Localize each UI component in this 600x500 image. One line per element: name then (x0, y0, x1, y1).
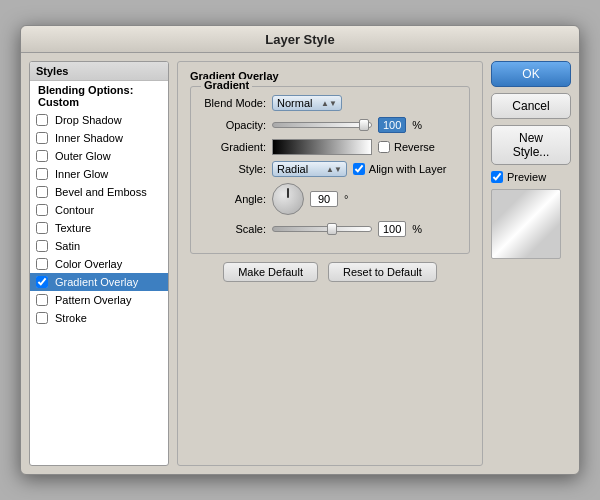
scale-value[interactable]: 100 (378, 221, 406, 237)
sidebar-label-gradient-overlay: Gradient Overlay (55, 276, 138, 288)
sidebar-label-texture: Texture (55, 222, 91, 234)
sidebar-item-contour[interactable]: Contour (30, 201, 168, 219)
blend-mode-select[interactable]: Normal Dissolve Multiply Screen (277, 97, 319, 109)
scale-row: Scale: 100 % (201, 221, 459, 237)
ok-button[interactable]: OK (491, 61, 571, 87)
gradient-label: Gradient: (201, 141, 266, 153)
scale-slider-container: 100 % (272, 221, 422, 237)
group-label: Gradient (201, 79, 252, 91)
scale-slider-thumb[interactable] (327, 223, 337, 235)
style-arrow: ▲▼ (326, 165, 342, 174)
style-dropdown[interactable]: Linear Radial Angle Reflected Diamond ▲▼ (272, 161, 347, 177)
gradient-group: Gradient Blend Mode: Normal Dissolve Mul… (190, 86, 470, 254)
align-layer-checkbox[interactable] (353, 163, 365, 175)
blend-mode-dropdown[interactable]: Normal Dissolve Multiply Screen ▲▼ (272, 95, 342, 111)
checkbox-satin[interactable] (36, 240, 48, 252)
action-buttons: Make Default Reset to Default (190, 262, 470, 282)
opacity-value[interactable]: 100 (378, 117, 406, 133)
sidebar-item-color-overlay[interactable]: Color Overlay (30, 255, 168, 273)
preview-text: Preview (507, 171, 546, 183)
layer-style-dialog: Layer Style Styles Blending Options: Cus… (20, 25, 580, 475)
preview-checkbox[interactable] (491, 171, 503, 183)
sidebar-label-blending-options: Blending Options: Custom (38, 84, 160, 108)
blend-mode-label: Blend Mode: (201, 97, 266, 109)
sidebar-label-bevel-emboss: Bevel and Emboss (55, 186, 147, 198)
style-select[interactable]: Linear Radial Angle Reflected Diamond (277, 163, 324, 175)
style-label: Style: (201, 163, 266, 175)
opacity-unit: % (412, 119, 422, 131)
dial-indicator (287, 188, 289, 198)
checkbox-texture[interactable] (36, 222, 48, 234)
sidebar-label-stroke: Stroke (55, 312, 87, 324)
align-layer-checkbox-label: Align with Layer (353, 163, 447, 175)
scale-slider-track[interactable] (272, 226, 372, 232)
sidebar-item-drop-shadow[interactable]: Drop Shadow (30, 111, 168, 129)
right-panel: OK Cancel New Style... Preview (491, 61, 571, 466)
sidebar-label-inner-shadow: Inner Shadow (55, 132, 123, 144)
sidebar-item-pattern-overlay[interactable]: Pattern Overlay (30, 291, 168, 309)
checkbox-gradient-overlay[interactable] (36, 276, 48, 288)
checkbox-inner-glow[interactable] (36, 168, 48, 180)
sidebar-item-inner-shadow[interactable]: Inner Shadow (30, 129, 168, 147)
main-content: Gradient Overlay Gradient Blend Mode: No… (177, 61, 483, 466)
angle-unit: ° (344, 193, 348, 205)
reverse-checkbox-label: Reverse (378, 141, 435, 153)
checkbox-inner-shadow[interactable] (36, 132, 48, 144)
reset-to-default-button[interactable]: Reset to Default (328, 262, 437, 282)
reverse-label: Reverse (394, 141, 435, 153)
sidebar-label-pattern-overlay: Pattern Overlay (55, 294, 131, 306)
sidebar-item-stroke[interactable]: Stroke (30, 309, 168, 327)
cancel-button[interactable]: Cancel (491, 93, 571, 119)
blend-mode-row: Blend Mode: Normal Dissolve Multiply Scr… (201, 95, 459, 111)
opacity-slider-thumb[interactable] (359, 119, 369, 131)
opacity-slider-container: 100 % (272, 117, 422, 133)
scale-unit: % (412, 223, 422, 235)
sidebar-label-satin: Satin (55, 240, 80, 252)
preview-box (491, 189, 561, 259)
sidebar-label-color-overlay: Color Overlay (55, 258, 122, 270)
scale-label: Scale: (201, 223, 266, 235)
checkbox-drop-shadow[interactable] (36, 114, 48, 126)
checkbox-outer-glow[interactable] (36, 150, 48, 162)
panel-items: Blending Options: CustomDrop ShadowInner… (30, 81, 168, 327)
make-default-button[interactable]: Make Default (223, 262, 318, 282)
checkbox-contour[interactable] (36, 204, 48, 216)
styles-title: Styles (30, 62, 168, 81)
dialog-title: Layer Style (21, 26, 579, 53)
preview-label: Preview (491, 171, 571, 183)
blend-mode-arrow: ▲▼ (321, 99, 337, 108)
align-layer-label: Align with Layer (369, 163, 447, 175)
sidebar-label-inner-glow: Inner Glow (55, 168, 108, 180)
checkbox-bevel-emboss[interactable] (36, 186, 48, 198)
opacity-label: Opacity: (201, 119, 266, 131)
sidebar-item-texture[interactable]: Texture (30, 219, 168, 237)
checkbox-stroke[interactable] (36, 312, 48, 324)
sidebar-item-gradient-overlay[interactable]: Gradient Overlay (30, 273, 168, 291)
sidebar-item-satin[interactable]: Satin (30, 237, 168, 255)
angle-value[interactable]: 90 (310, 191, 338, 207)
gradient-row: Gradient: Reverse (201, 139, 459, 155)
checkbox-color-overlay[interactable] (36, 258, 48, 270)
sidebar-label-outer-glow: Outer Glow (55, 150, 111, 162)
sidebar-item-outer-glow[interactable]: Outer Glow (30, 147, 168, 165)
style-row: Style: Linear Radial Angle Reflected Dia… (201, 161, 459, 177)
angle-label: Angle: (201, 193, 266, 205)
sidebar-label-contour: Contour (55, 204, 94, 216)
checkbox-pattern-overlay[interactable] (36, 294, 48, 306)
angle-row: Angle: 90 ° (201, 183, 459, 215)
reverse-checkbox[interactable] (378, 141, 390, 153)
sidebar-item-bevel-emboss[interactable]: Bevel and Emboss (30, 183, 168, 201)
angle-dial[interactable] (272, 183, 304, 215)
new-style-button[interactable]: New Style... (491, 125, 571, 165)
opacity-row: Opacity: 100 % (201, 117, 459, 133)
sidebar-label-drop-shadow: Drop Shadow (55, 114, 122, 126)
left-panel: Styles Blending Options: CustomDrop Shad… (29, 61, 169, 466)
opacity-slider-track[interactable] (272, 122, 372, 128)
sidebar-item-blending-options[interactable]: Blending Options: Custom (30, 81, 168, 111)
gradient-swatch[interactable] (272, 139, 372, 155)
sidebar-item-inner-glow[interactable]: Inner Glow (30, 165, 168, 183)
